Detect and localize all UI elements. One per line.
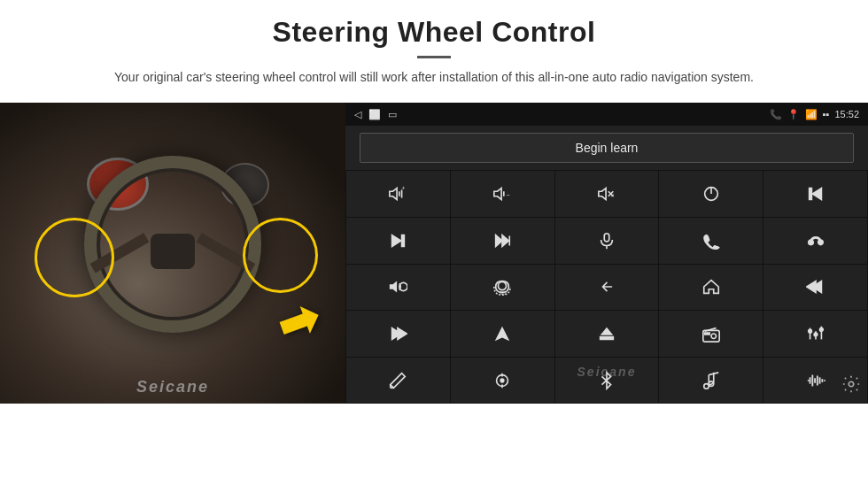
svg-point-22 xyxy=(808,240,813,245)
recents-nav-icon[interactable]: ▭ xyxy=(388,109,397,120)
radio-button[interactable] xyxy=(659,311,763,357)
clock-display: 15:52 xyxy=(834,109,859,119)
svg-rect-20 xyxy=(604,234,609,242)
svg-marker-24 xyxy=(390,281,397,293)
svg-point-48 xyxy=(500,379,504,382)
phone-hang-up-button[interactable] xyxy=(763,218,867,264)
svg-point-42 xyxy=(808,329,811,333)
back-button[interactable] xyxy=(555,265,659,311)
svg-point-65 xyxy=(849,382,854,388)
location-status-icon: 📍 xyxy=(787,109,800,120)
back-nav-icon[interactable]: ◁ xyxy=(354,109,361,120)
svg-marker-15 xyxy=(392,235,401,246)
svg-point-26 xyxy=(499,282,507,290)
page-title: Steering Wheel Control xyxy=(53,16,815,49)
svg-marker-31 xyxy=(398,328,407,340)
pen-button[interactable] xyxy=(346,358,450,404)
equalizer-button[interactable] xyxy=(763,311,867,357)
svg-text:+: + xyxy=(402,186,406,192)
phone-status-icon: 📞 xyxy=(770,109,782,120)
svg-marker-18 xyxy=(502,235,508,246)
header-section: Steering Wheel Control Your original car… xyxy=(0,0,868,96)
begin-learn-button[interactable]: Begin learn xyxy=(360,133,854,163)
svg-point-43 xyxy=(814,333,818,336)
eject-button[interactable] xyxy=(555,311,659,357)
subtitle-text: Your original car's steering wheel contr… xyxy=(89,67,779,87)
svg-rect-14 xyxy=(809,189,811,200)
android-panel: ◁ ⬜ ▭ 📞 📍 📶 ▪▪ 15:52 Begin learn xyxy=(345,103,868,404)
seicane-watermark: Seicane xyxy=(136,378,209,396)
skip-back-button[interactable] xyxy=(763,265,867,311)
gear-settings-icon[interactable] xyxy=(841,374,861,398)
svg-point-23 xyxy=(818,240,823,245)
svg-marker-33 xyxy=(601,327,614,335)
svg-point-55 xyxy=(704,383,709,389)
wifi-status-icon: 📶 xyxy=(805,109,818,120)
svg-text:−: − xyxy=(507,191,510,199)
svg-marker-7 xyxy=(599,189,606,200)
svg-marker-0 xyxy=(390,189,397,200)
steering-wheel-hub xyxy=(151,234,195,269)
svg-point-44 xyxy=(819,328,823,332)
title-divider xyxy=(417,56,451,58)
statusbar-left: ◁ ⬜ ▭ xyxy=(354,109,397,120)
svg-text:✕: ✕ xyxy=(610,192,615,198)
home-nav-icon[interactable]: ⬜ xyxy=(368,109,381,120)
android-statusbar: ◁ ⬜ ▭ 📞 📍 📶 ▪▪ 15:52 xyxy=(345,103,868,126)
bluetooth-button[interactable] xyxy=(555,358,659,404)
navigate-button[interactable] xyxy=(451,311,554,357)
begin-learn-row: Begin learn xyxy=(345,126,868,170)
mic-button[interactable] xyxy=(555,218,659,264)
controls-grid: + − ✕ xyxy=(345,170,868,404)
vol-down-button[interactable]: − xyxy=(451,171,554,217)
svg-rect-34 xyxy=(601,337,614,340)
svg-marker-32 xyxy=(495,327,510,342)
svg-marker-17 xyxy=(496,235,502,246)
svg-rect-16 xyxy=(402,235,405,246)
svg-marker-4 xyxy=(494,189,501,200)
svg-point-36 xyxy=(711,334,717,339)
phone-answer-button[interactable] xyxy=(659,218,763,264)
svg-rect-37 xyxy=(704,333,709,335)
music-button[interactable] xyxy=(659,358,763,404)
highlight-circle-left xyxy=(35,218,114,297)
battery-icon: ▪▪ xyxy=(823,109,830,119)
steering-wheel-panel: ➡ Seicane xyxy=(0,103,345,404)
skip-forward-button[interactable] xyxy=(346,311,450,357)
content-area: ➡ Seicane ◁ ⬜ ▭ 📞 📍 📶 ▪▪ 15:52 xyxy=(0,103,868,485)
camera-360-button[interactable]: 360° xyxy=(451,265,554,311)
page-wrapper: Steering Wheel Control Your original car… xyxy=(0,0,868,485)
prev-track-button[interactable] xyxy=(763,171,867,217)
statusbar-right: 📞 📍 📶 ▪▪ 15:52 xyxy=(770,109,859,120)
speaker-button[interactable] xyxy=(346,265,450,311)
vol-mute-button[interactable]: ✕ xyxy=(555,171,659,217)
vol-up-button[interactable]: + xyxy=(346,171,450,217)
settings-knob-button[interactable] xyxy=(451,358,554,404)
home-button[interactable] xyxy=(659,265,763,311)
svg-marker-29 xyxy=(807,281,816,293)
fast-forward-button[interactable] xyxy=(451,218,554,264)
highlight-circle-right xyxy=(243,218,318,293)
svg-marker-13 xyxy=(812,189,821,200)
power-button[interactable] xyxy=(659,171,763,217)
next-track-button[interactable] xyxy=(346,218,450,264)
